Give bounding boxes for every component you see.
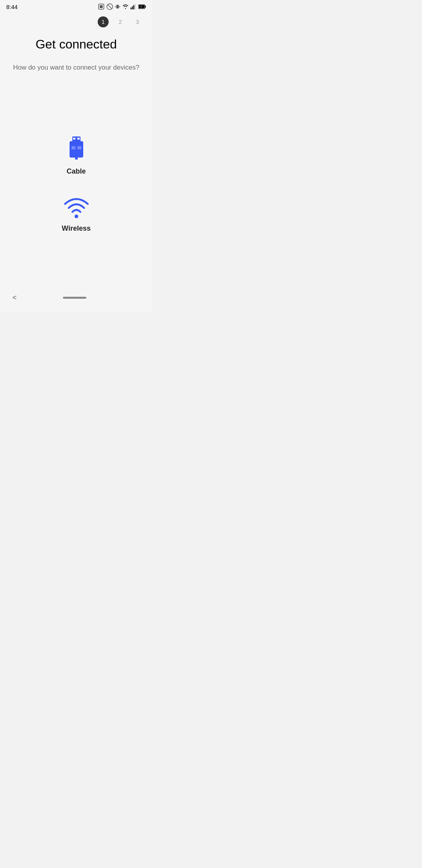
usb-cable-icon <box>64 133 89 163</box>
svg-rect-1 <box>100 5 103 8</box>
battery-icon <box>138 4 146 9</box>
wireless-label: Wireless <box>62 224 91 233</box>
status-time: 8:44 <box>6 4 18 10</box>
bottom-nav: < <box>0 286 152 313</box>
svg-rect-16 <box>70 141 83 158</box>
svg-rect-5 <box>116 6 116 8</box>
home-indicator[interactable] <box>63 297 86 299</box>
wireless-option[interactable]: Wireless <box>62 194 91 233</box>
wifi-option-icon <box>62 194 91 220</box>
svg-rect-4 <box>116 5 119 8</box>
status-bar: 8:44 <box>0 0 152 12</box>
svg-rect-19 <box>77 138 80 140</box>
svg-point-23 <box>74 215 78 218</box>
svg-rect-14 <box>145 6 146 8</box>
svg-rect-12 <box>135 4 136 9</box>
svg-rect-9 <box>131 7 131 9</box>
svg-rect-7 <box>115 6 116 7</box>
screen: 8:44 <box>0 0 152 313</box>
wifi-status-icon <box>122 4 129 9</box>
signal-icon <box>131 4 137 9</box>
svg-rect-11 <box>133 5 134 9</box>
step-3: 3 <box>132 16 143 27</box>
dnd-icon <box>106 3 113 10</box>
cable-label: Cable <box>66 167 86 176</box>
cable-option[interactable]: Cable <box>64 133 89 176</box>
svg-rect-20 <box>72 146 75 149</box>
vibrate-icon <box>115 3 120 10</box>
svg-rect-8 <box>120 6 120 7</box>
status-icons <box>98 3 146 10</box>
svg-rect-22 <box>75 158 78 160</box>
svg-rect-21 <box>77 146 81 149</box>
screenshot-icon <box>98 3 105 10</box>
step-1: 1 <box>98 16 109 27</box>
page-title: Get connected <box>36 37 117 52</box>
step-indicator: 1 2 3 <box>98 16 143 27</box>
svg-rect-6 <box>119 6 120 8</box>
step-2: 2 <box>115 16 126 27</box>
back-button[interactable]: < <box>9 291 20 305</box>
svg-rect-10 <box>132 6 133 9</box>
svg-rect-18 <box>73 138 75 140</box>
options-container: Cable Wireless <box>9 88 143 286</box>
page-subtitle: How do you want to connect your devices? <box>13 63 139 73</box>
content: 1 2 3 Get connected How do you want to c… <box>0 12 152 286</box>
svg-line-3 <box>107 4 112 9</box>
